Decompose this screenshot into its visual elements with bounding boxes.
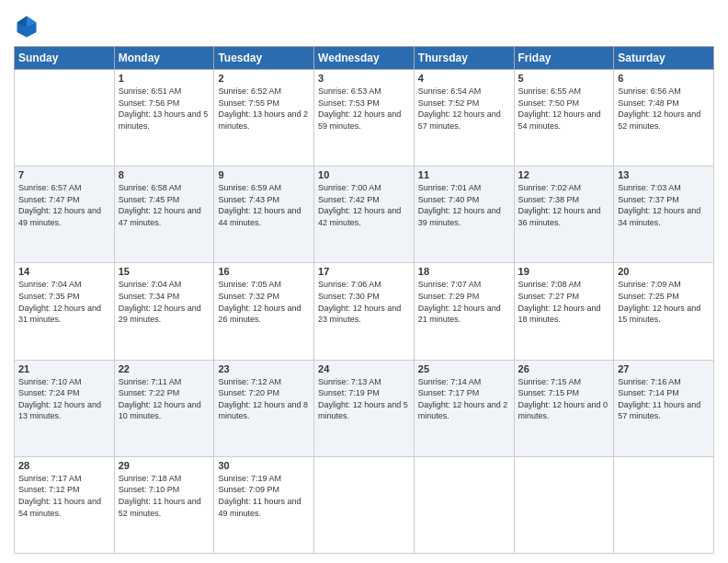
cell-info: Sunrise: 7:09 AM Sunset: 7:25 PM Dayligh… [618, 279, 710, 325]
day-number: 7 [18, 169, 110, 180]
day-number: 21 [18, 363, 110, 374]
cell-info: Sunrise: 6:51 AM Sunset: 7:56 PM Dayligh… [119, 86, 210, 132]
day-number: 5 [518, 73, 610, 84]
cell-info: Sunrise: 7:11 AM Sunset: 7:22 PM Dayligh… [119, 376, 210, 422]
day-number: 1 [119, 73, 210, 84]
cell-info: Sunrise: 7:13 AM Sunset: 7:19 PM Dayligh… [318, 376, 410, 422]
cell-info: Sunrise: 7:14 AM Sunset: 7:17 PM Dayligh… [418, 376, 510, 422]
day-number: 10 [318, 169, 410, 180]
day-number: 26 [518, 363, 610, 374]
calendar-cell: 8 Sunrise: 6:58 AM Sunset: 7:45 PM Dayli… [114, 167, 214, 263]
cell-info: Sunrise: 7:00 AM Sunset: 7:42 PM Dayligh… [318, 182, 410, 228]
day-number: 20 [618, 266, 710, 277]
calendar-cell: 29 Sunrise: 7:18 AM Sunset: 7:10 PM Dayl… [114, 456, 214, 553]
calendar-cell: 9 Sunrise: 6:59 AM Sunset: 7:43 PM Dayli… [214, 167, 314, 263]
day-number: 29 [119, 460, 210, 471]
day-number: 27 [618, 363, 710, 374]
calendar-cell: 26 Sunrise: 7:15 AM Sunset: 7:15 PM Dayl… [514, 360, 614, 456]
day-number: 23 [218, 363, 310, 374]
cell-info: Sunrise: 6:54 AM Sunset: 7:52 PM Dayligh… [418, 86, 510, 132]
cell-info: Sunrise: 7:18 AM Sunset: 7:10 PM Dayligh… [119, 473, 210, 519]
day-number: 15 [119, 266, 210, 277]
day-number: 12 [518, 169, 610, 180]
cell-info: Sunrise: 7:19 AM Sunset: 7:09 PM Dayligh… [218, 473, 310, 519]
day-number: 6 [618, 73, 710, 84]
week-row-0: 1 Sunrise: 6:51 AM Sunset: 7:56 PM Dayli… [15, 70, 714, 167]
calendar-cell: 17 Sunrise: 7:06 AM Sunset: 7:30 PM Dayl… [314, 263, 415, 360]
cell-info: Sunrise: 7:16 AM Sunset: 7:14 PM Dayligh… [618, 376, 710, 422]
calendar-cell: 4 Sunrise: 6:54 AM Sunset: 7:52 PM Dayli… [414, 70, 514, 167]
calendar-cell: 7 Sunrise: 6:57 AM Sunset: 7:47 PM Dayli… [15, 167, 115, 263]
calendar-cell: 3 Sunrise: 6:53 AM Sunset: 7:53 PM Dayli… [314, 70, 415, 167]
cell-info: Sunrise: 7:06 AM Sunset: 7:30 PM Dayligh… [318, 279, 410, 325]
day-number: 3 [318, 73, 410, 84]
calendar-cell: 23 Sunrise: 7:12 AM Sunset: 7:20 PM Dayl… [214, 360, 314, 456]
calendar-cell: 21 Sunrise: 7:10 AM Sunset: 7:24 PM Dayl… [15, 360, 115, 456]
cell-info: Sunrise: 7:12 AM Sunset: 7:20 PM Dayligh… [218, 376, 310, 422]
cell-info: Sunrise: 7:04 AM Sunset: 7:34 PM Dayligh… [119, 279, 210, 325]
cell-info: Sunrise: 6:57 AM Sunset: 7:47 PM Dayligh… [18, 182, 110, 228]
cell-info: Sunrise: 6:59 AM Sunset: 7:43 PM Dayligh… [218, 182, 310, 228]
calendar-cell: 20 Sunrise: 7:09 AM Sunset: 7:25 PM Dayl… [614, 263, 714, 360]
day-number: 30 [218, 460, 310, 471]
calendar-cell: 27 Sunrise: 7:16 AM Sunset: 7:14 PM Dayl… [614, 360, 714, 456]
calendar-cell: 6 Sunrise: 6:56 AM Sunset: 7:48 PM Dayli… [614, 70, 714, 167]
calendar-cell [414, 456, 514, 553]
calendar-cell: 30 Sunrise: 7:19 AM Sunset: 7:09 PM Dayl… [214, 456, 314, 553]
calendar-cell: 14 Sunrise: 7:04 AM Sunset: 7:35 PM Dayl… [15, 263, 115, 360]
calendar-cell: 18 Sunrise: 7:07 AM Sunset: 7:29 PM Dayl… [414, 263, 514, 360]
logo-icon [14, 13, 40, 39]
cell-info: Sunrise: 6:52 AM Sunset: 7:55 PM Dayligh… [218, 86, 310, 132]
weekday-header-friday: Friday [514, 47, 614, 70]
cell-info: Sunrise: 6:53 AM Sunset: 7:53 PM Dayligh… [318, 86, 410, 132]
weekday-header-monday: Monday [114, 47, 214, 70]
calendar-cell [614, 456, 714, 553]
cell-info: Sunrise: 7:04 AM Sunset: 7:35 PM Dayligh… [18, 279, 110, 325]
cell-info: Sunrise: 7:08 AM Sunset: 7:27 PM Dayligh… [518, 279, 610, 325]
header [14, 9, 714, 39]
calendar-cell: 24 Sunrise: 7:13 AM Sunset: 7:19 PM Dayl… [314, 360, 415, 456]
week-row-4: 28 Sunrise: 7:17 AM Sunset: 7:12 PM Dayl… [15, 456, 714, 553]
calendar-cell: 10 Sunrise: 7:00 AM Sunset: 7:42 PM Dayl… [314, 167, 415, 263]
day-number: 16 [218, 266, 310, 277]
day-number: 4 [418, 73, 510, 84]
cell-info: Sunrise: 7:10 AM Sunset: 7:24 PM Dayligh… [18, 376, 110, 422]
calendar-cell: 25 Sunrise: 7:14 AM Sunset: 7:17 PM Dayl… [414, 360, 514, 456]
cell-info: Sunrise: 7:03 AM Sunset: 7:37 PM Dayligh… [618, 182, 710, 228]
calendar-table: SundayMondayTuesdayWednesdayThursdayFrid… [14, 46, 714, 554]
logo [14, 13, 41, 39]
weekday-header-wednesday: Wednesday [314, 47, 415, 70]
day-number: 11 [418, 169, 510, 180]
cell-info: Sunrise: 6:55 AM Sunset: 7:50 PM Dayligh… [518, 86, 610, 132]
week-row-2: 14 Sunrise: 7:04 AM Sunset: 7:35 PM Dayl… [15, 263, 714, 360]
weekday-header-tuesday: Tuesday [214, 47, 314, 70]
day-number: 13 [618, 169, 710, 180]
calendar-cell: 12 Sunrise: 7:02 AM Sunset: 7:38 PM Dayl… [514, 167, 614, 263]
calendar-cell: 11 Sunrise: 7:01 AM Sunset: 7:40 PM Dayl… [414, 167, 514, 263]
calendar-cell: 28 Sunrise: 7:17 AM Sunset: 7:12 PM Dayl… [15, 456, 115, 553]
calendar-cell: 2 Sunrise: 6:52 AM Sunset: 7:55 PM Dayli… [214, 70, 314, 167]
calendar-cell [314, 456, 415, 553]
day-number: 25 [418, 363, 510, 374]
day-number: 24 [318, 363, 410, 374]
week-row-1: 7 Sunrise: 6:57 AM Sunset: 7:47 PM Dayli… [15, 167, 714, 263]
calendar-cell: 22 Sunrise: 7:11 AM Sunset: 7:22 PM Dayl… [114, 360, 214, 456]
calendar-cell: 19 Sunrise: 7:08 AM Sunset: 7:27 PM Dayl… [514, 263, 614, 360]
day-number: 17 [318, 266, 410, 277]
calendar-cell: 1 Sunrise: 6:51 AM Sunset: 7:56 PM Dayli… [114, 70, 214, 167]
day-number: 8 [119, 169, 210, 180]
calendar-cell: 15 Sunrise: 7:04 AM Sunset: 7:34 PM Dayl… [114, 263, 214, 360]
day-number: 19 [518, 266, 610, 277]
cell-info: Sunrise: 6:56 AM Sunset: 7:48 PM Dayligh… [618, 86, 710, 132]
day-number: 18 [418, 266, 510, 277]
day-number: 22 [119, 363, 210, 374]
calendar-cell [15, 70, 115, 167]
cell-info: Sunrise: 7:05 AM Sunset: 7:32 PM Dayligh… [218, 279, 310, 325]
cell-info: Sunrise: 7:15 AM Sunset: 7:15 PM Dayligh… [518, 376, 610, 422]
day-number: 28 [18, 460, 110, 471]
calendar-cell: 5 Sunrise: 6:55 AM Sunset: 7:50 PM Dayli… [514, 70, 614, 167]
weekday-header-saturday: Saturday [614, 47, 714, 70]
weekday-header-thursday: Thursday [414, 47, 514, 70]
day-number: 14 [18, 266, 110, 277]
day-number: 9 [218, 169, 310, 180]
